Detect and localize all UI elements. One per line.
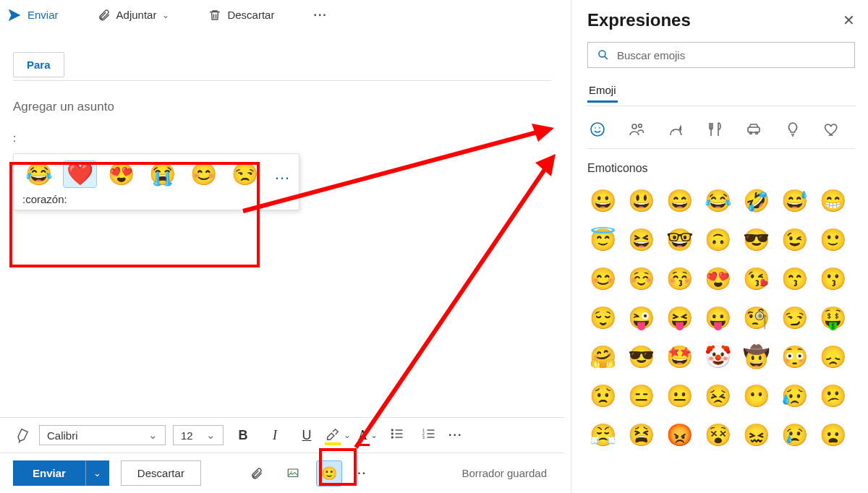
emoji-cell[interactable]: 😵	[702, 419, 733, 450]
emoji-cell[interactable]: 😑	[626, 380, 656, 411]
emoji-cell[interactable]: 😂	[702, 185, 733, 215]
svg-point-8	[599, 51, 605, 57]
send-button[interactable]: Enviar	[13, 460, 85, 486]
emoji-cell[interactable]: 😟	[587, 380, 618, 411]
emoji-cell[interactable]: 😁	[817, 185, 848, 215]
emoji-cell[interactable]: ☺️	[626, 263, 656, 293]
emoji-cell[interactable]: 🤩	[664, 341, 694, 372]
emoji-cell[interactable]: 😄	[664, 185, 694, 215]
emoji-cell[interactable]: 🤓	[664, 224, 694, 254]
attach-icon[interactable]	[244, 461, 269, 486]
font-size-dropdown[interactable]: 12 ⌄	[173, 425, 224, 445]
emoji-cell[interactable]: 😗	[817, 263, 848, 293]
category-travel-icon[interactable]	[744, 119, 764, 140]
font-family-dropdown[interactable]: Calibri ⌄	[39, 425, 166, 445]
emoji-cell[interactable]: 🧐	[741, 302, 771, 333]
emoji-cell[interactable]: 😡	[664, 419, 694, 450]
emoji-cell[interactable]: 😘	[741, 263, 771, 293]
emoji-cell[interactable]: 😚	[664, 263, 694, 293]
emoji-cell[interactable]: 😤	[587, 419, 618, 450]
category-objects-icon[interactable]	[783, 119, 803, 140]
more-format-button[interactable]: ···	[448, 429, 462, 442]
emoji-cell[interactable]: 😉	[779, 224, 809, 254]
emoji-cell[interactable]: 😞	[817, 341, 848, 372]
category-animals-icon[interactable]	[665, 119, 686, 140]
category-food-icon[interactable]	[705, 119, 725, 140]
emoji-cell[interactable]: 🙂	[817, 224, 848, 254]
svg-text:3: 3	[422, 434, 425, 439]
emoji-cell[interactable]: 😳	[779, 341, 809, 372]
emoji-cell[interactable]: 😣	[702, 380, 733, 411]
format-painter-icon[interactable]	[10, 423, 34, 447]
chevron-down-icon: ⌄	[162, 10, 169, 20]
bullets-button[interactable]	[385, 426, 409, 445]
compose-toolbar: Enviar Adjuntar ⌄ Descartar ···	[0, 0, 564, 30]
discard-button[interactable]: Descartar	[121, 460, 201, 486]
insert-image-icon[interactable]	[281, 461, 305, 486]
suggest-emoji[interactable]: 😊	[187, 161, 220, 187]
emoji-cell[interactable]: 😎	[741, 224, 771, 254]
emoji-cell[interactable]: 😇	[587, 224, 618, 254]
close-icon[interactable]: ✕	[843, 12, 855, 29]
emoji-cell[interactable]: 😝	[664, 302, 694, 333]
suggest-emoji[interactable]: ❤️	[64, 161, 96, 187]
send-label: Enviar	[27, 9, 59, 21]
emoji-cell[interactable]: 😢	[779, 419, 809, 450]
emoji-cell[interactable]: 🤠	[741, 341, 771, 372]
bold-button[interactable]: B	[231, 428, 255, 443]
emoji-cell[interactable]: 😶	[741, 380, 771, 411]
emoji-cell[interactable]: 😙	[779, 263, 809, 293]
recipients-row[interactable]: Para	[13, 52, 551, 81]
emoji-cell[interactable]: 😀	[587, 185, 618, 215]
send-button-top[interactable]: Enviar	[7, 9, 59, 22]
numbering-button[interactable]: 123	[417, 426, 441, 445]
tab-emoji[interactable]: Emoji	[587, 80, 618, 103]
send-dropdown-button[interactable]: ⌄	[85, 460, 109, 486]
suggest-emoji[interactable]: 😂	[22, 161, 55, 187]
italic-button[interactable]: I	[263, 428, 287, 443]
font-color-button[interactable]: A ⌄	[358, 428, 378, 443]
emoji-cell[interactable]: 🤡	[702, 341, 733, 372]
highlight-button[interactable]: ⌄	[326, 428, 351, 442]
more-actions-button[interactable]: ···	[353, 467, 367, 480]
subject-input[interactable]: Agregar un asunto	[13, 100, 551, 114]
category-people-icon[interactable]	[626, 119, 647, 140]
suggest-emoji[interactable]: 😍	[105, 161, 137, 187]
emoji-cell[interactable]: 😕	[817, 380, 848, 411]
underline-button[interactable]: U	[294, 428, 319, 443]
emoji-cell[interactable]: 😃	[626, 185, 656, 215]
insert-emoji-button[interactable]: 🙂	[317, 461, 341, 486]
category-symbols-icon[interactable]	[822, 119, 842, 140]
expressions-panel: Expresiones ✕ Buscar emojis Emoji Emotic…	[571, 0, 868, 493]
emoji-cell[interactable]: 😊	[587, 263, 618, 293]
emoji-cell[interactable]: 😌	[587, 302, 618, 333]
emoji-cell[interactable]: 😏	[779, 302, 809, 333]
more-button[interactable]: ···	[313, 9, 327, 22]
message-body[interactable]: : 😂❤️😍😭😊😒… :corazón:	[13, 132, 551, 363]
suggest-more-button[interactable]: …	[274, 165, 290, 184]
emoji-cell[interactable]: 😖	[741, 419, 771, 450]
suggest-emoji[interactable]: 😭	[146, 161, 179, 187]
emoji-cell[interactable]: 😆	[626, 224, 656, 254]
to-button[interactable]: Para	[13, 52, 64, 77]
emoji-cell[interactable]: 😦	[817, 419, 848, 450]
emoji-cell[interactable]: 🤑	[817, 302, 848, 333]
emoji-cell[interactable]: 😜	[626, 302, 656, 333]
emoji-cell[interactable]: 😅	[779, 185, 809, 215]
emoji-cell[interactable]: 😫	[626, 419, 656, 450]
emoji-cell[interactable]: 😎	[626, 341, 656, 372]
emoji-grid: 😀😃😄😂🤣😅😁😇😆🤓🙃😎😉🙂😊☺️😚😍😘😙😗😌😜😝😛🧐😏🤑🤗😎🤩🤡🤠😳😞😟😑😐😣…	[587, 185, 855, 450]
emoji-cell[interactable]: 😛	[702, 302, 733, 333]
category-smileys-icon[interactable]	[587, 119, 608, 140]
draft-saved-label: Borrador guardad	[461, 467, 547, 479]
suggest-emoji[interactable]: 😒	[229, 161, 261, 187]
discard-button-top[interactable]: Descartar	[208, 8, 274, 22]
emoji-cell[interactable]: 🙃	[702, 224, 733, 254]
emoji-cell[interactable]: 😐	[664, 380, 694, 411]
emoji-search-input[interactable]: Buscar emojis	[587, 42, 855, 68]
emoji-cell[interactable]: 😥	[779, 380, 809, 411]
emoji-cell[interactable]: 🤗	[587, 341, 618, 372]
attach-button[interactable]: Adjuntar ⌄	[98, 8, 170, 22]
emoji-cell[interactable]: 🤣	[741, 185, 771, 215]
emoji-cell[interactable]: 😍	[702, 263, 733, 293]
